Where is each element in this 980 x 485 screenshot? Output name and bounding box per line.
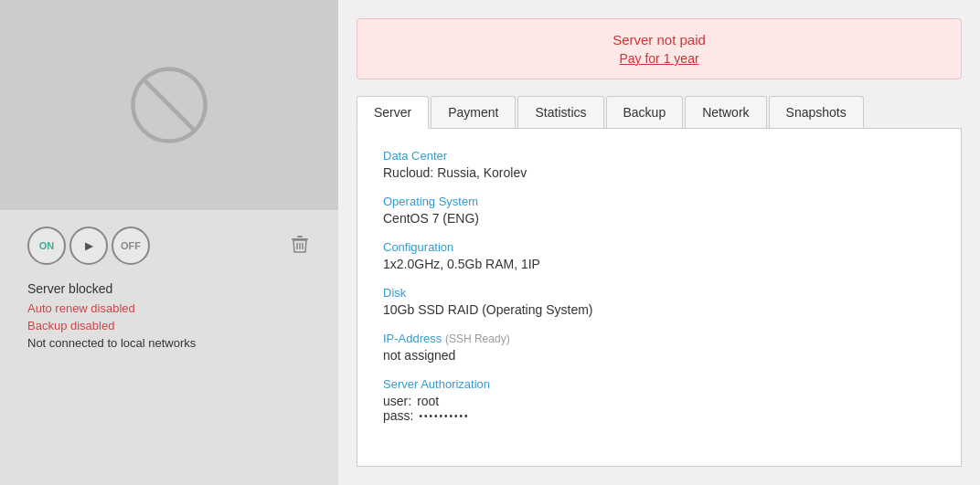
delete-button[interactable] bbox=[289, 233, 311, 259]
svg-line-1 bbox=[143, 79, 196, 132]
config-label: Configuration bbox=[383, 240, 935, 254]
datacenter-value: Rucloud: Russia, Korolev bbox=[383, 165, 935, 180]
content-box: Data Center Rucloud: Russia, Korolev Ope… bbox=[357, 129, 962, 467]
auth-pass-row: pass: •••••••••• bbox=[383, 408, 935, 423]
tab-statistics[interactable]: Statistics bbox=[517, 96, 603, 128]
ip-label: IP-Address (SSH Ready) bbox=[383, 332, 935, 345]
auth-user-label: user: bbox=[383, 394, 411, 408]
config-field: Configuration 1x2.0GHz, 0.5Gb RAM, 1IP bbox=[383, 240, 935, 271]
config-value: 1x2.0GHz, 0.5Gb RAM, 1IP bbox=[383, 257, 935, 271]
alert-title: Server not paid bbox=[376, 32, 943, 47]
tab-payment[interactable]: Payment bbox=[431, 96, 516, 128]
disk-value: 10Gb SSD RAID (Operating System) bbox=[383, 302, 935, 317]
os-value: CentOS 7 (ENG) bbox=[383, 211, 935, 226]
alert-banner: Server not paid Pay for 1 year bbox=[357, 18, 962, 79]
blocked-icon bbox=[128, 64, 210, 146]
left-panel: ON ▶ OFF Server blocked Auto renew disab… bbox=[0, 0, 338, 485]
server-image bbox=[0, 0, 338, 210]
play-icon: ▶ bbox=[85, 240, 92, 252]
auth-user-value: root bbox=[417, 394, 439, 408]
disk-label: Disk bbox=[383, 286, 935, 300]
os-label: Operating System bbox=[383, 195, 935, 208]
datacenter-label: Data Center bbox=[383, 149, 935, 163]
trash-icon bbox=[289, 233, 311, 255]
status-network: Not connected to local networks bbox=[27, 336, 311, 350]
status-area: Server blocked Auto renew disabled Backu… bbox=[0, 281, 338, 368]
os-field: Operating System CentOS 7 (ENG) bbox=[383, 195, 935, 226]
controls-row: ON ▶ OFF bbox=[0, 210, 338, 281]
btn-off[interactable]: OFF bbox=[112, 227, 150, 265]
status-blocked: Server blocked bbox=[27, 281, 311, 296]
ip-value: not assigned bbox=[383, 348, 935, 363]
datacenter-field: Data Center Rucloud: Russia, Korolev bbox=[383, 149, 935, 180]
auth-field: Server Authorization user: root pass: ••… bbox=[383, 377, 935, 423]
btn-on[interactable]: ON bbox=[27, 227, 66, 265]
btn-play[interactable]: ▶ bbox=[69, 227, 108, 265]
svg-rect-3 bbox=[297, 236, 303, 237]
auth-label: Server Authorization bbox=[383, 377, 935, 391]
auth-user-row: user: root bbox=[383, 394, 935, 408]
tab-snapshots[interactable]: Snapshots bbox=[769, 96, 864, 128]
tab-server[interactable]: Server bbox=[357, 96, 429, 129]
ip-sublabel: (SSH Ready) bbox=[445, 332, 510, 345]
status-autorenew: Auto renew disabled bbox=[27, 301, 311, 315]
tab-network[interactable]: Network bbox=[685, 96, 766, 128]
pay-link[interactable]: Pay for 1 year bbox=[376, 51, 943, 66]
ip-field: IP-Address (SSH Ready) not assigned bbox=[383, 332, 935, 363]
status-backup: Backup disabled bbox=[27, 319, 311, 332]
auth-pass-label: pass: bbox=[383, 408, 413, 423]
tab-backup[interactable]: Backup bbox=[606, 96, 684, 128]
disk-field: Disk 10Gb SSD RAID (Operating System) bbox=[383, 286, 935, 317]
tabs-row: Server Payment Statistics Backup Network… bbox=[357, 96, 962, 129]
right-panel: Server not paid Pay for 1 year Server Pa… bbox=[338, 0, 980, 485]
auth-pass-value: •••••••••• bbox=[419, 411, 469, 421]
